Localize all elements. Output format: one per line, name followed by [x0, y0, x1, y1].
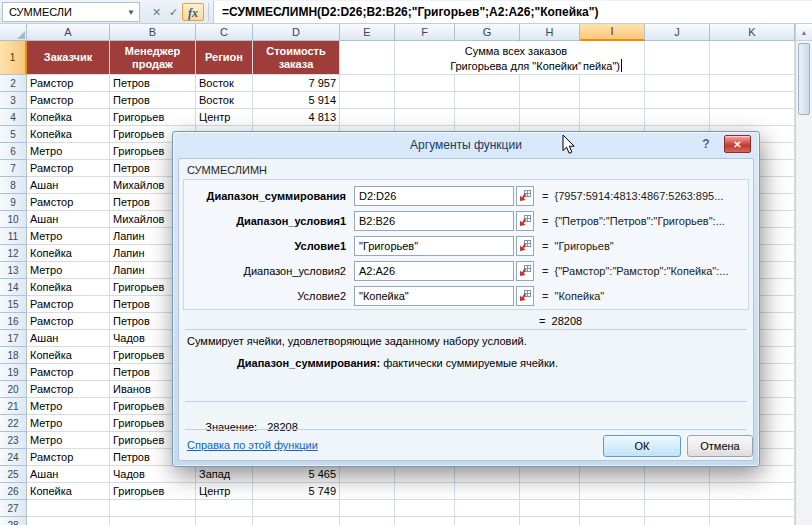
row-header-8[interactable]: 8 — [0, 177, 27, 194]
cell-a15[interactable]: Рамстор — [27, 296, 110, 313]
row-header-10[interactable]: 10 — [0, 211, 27, 228]
close-icon[interactable]: ✕ — [724, 135, 751, 153]
cell-c26[interactable]: Центр — [196, 483, 253, 500]
cell-a11[interactable]: Метро — [27, 228, 110, 245]
row-header-5[interactable]: 5 — [0, 126, 27, 143]
cell-j25[interactable] — [645, 466, 710, 483]
cell-g2[interactable] — [455, 75, 520, 92]
cell-a14[interactable]: Копейка — [27, 279, 110, 296]
cell-j1[interactable] — [645, 41, 710, 75]
cell-a6[interactable]: Метро — [27, 143, 110, 160]
row-header-26[interactable]: 26 — [0, 483, 27, 500]
cell-j27[interactable] — [645, 500, 710, 517]
cell-b2[interactable]: Петров — [110, 75, 196, 92]
cancel-button[interactable]: Отмена — [687, 435, 753, 457]
range-picker-icon[interactable] — [516, 261, 534, 281]
cell-a9[interactable]: Рамстор — [27, 194, 110, 211]
active-cell-edit[interactable]: пейка") — [581, 42, 644, 74]
cell-f2[interactable] — [395, 75, 455, 92]
cell-d3[interactable]: 5 914 — [253, 92, 340, 109]
cell-a19[interactable]: Рамстор — [27, 364, 110, 381]
cell-a23[interactable]: Метро — [27, 432, 110, 449]
cell-h28[interactable] — [520, 517, 580, 525]
dialog-title[interactable]: Аргументы функции — [173, 132, 759, 158]
vertical-scrollbar[interactable]: ▲ — [795, 24, 812, 525]
row-header-18[interactable]: 18 — [0, 347, 27, 364]
cell-a4[interactable]: Копейка — [27, 109, 110, 126]
row-header-1[interactable]: 1 — [0, 41, 27, 75]
cell-e3[interactable] — [340, 92, 395, 109]
cell-a18[interactable]: Копейка — [27, 347, 110, 364]
argument-input[interactable]: B2:B26 — [354, 211, 514, 231]
row-header-16[interactable]: 16 — [0, 313, 27, 330]
cell-h4[interactable] — [520, 109, 580, 126]
cell-a5[interactable]: Копейка — [27, 126, 110, 143]
cell-e28[interactable] — [340, 517, 395, 525]
column-header-k[interactable]: K — [710, 24, 795, 41]
cell-f26[interactable] — [395, 483, 455, 500]
cell-k2[interactable] — [710, 75, 795, 92]
cell-a2[interactable]: Рамстор — [27, 75, 110, 92]
row-header-9[interactable]: 9 — [0, 194, 27, 211]
cell-a17[interactable]: Ашан — [27, 330, 110, 347]
cell-j4[interactable] — [645, 109, 710, 126]
range-picker-icon[interactable] — [516, 186, 534, 206]
cell-b3[interactable]: Петров — [110, 92, 196, 109]
column-header-c[interactable]: C — [196, 24, 253, 41]
cell-e25[interactable] — [340, 466, 395, 483]
cell-a7[interactable]: Рамстор — [27, 160, 110, 177]
cell-k4[interactable] — [710, 109, 795, 126]
argument-input[interactable]: D2:D26 — [354, 186, 514, 206]
cell-c3[interactable]: Восток — [196, 92, 253, 109]
row-header-15[interactable]: 15 — [0, 296, 27, 313]
row-header-17[interactable]: 17 — [0, 330, 27, 347]
cell-f4[interactable] — [395, 109, 455, 126]
cell-j26[interactable] — [645, 483, 710, 500]
cell-d25[interactable]: 5 465 — [253, 466, 340, 483]
column-header-h[interactable]: H — [520, 24, 580, 41]
cell-a10[interactable]: Ашан — [27, 211, 110, 228]
cell-k3[interactable] — [710, 92, 795, 109]
cell-i25[interactable] — [580, 466, 645, 483]
select-all-corner[interactable] — [0, 24, 27, 41]
cell-e1[interactable] — [340, 41, 395, 75]
cell-a12[interactable]: Копейка — [27, 245, 110, 262]
cell-g4[interactable] — [455, 109, 520, 126]
row-header-14[interactable]: 14 — [0, 279, 27, 296]
cell-h27[interactable] — [520, 500, 580, 517]
cell-a26[interactable]: Копейка — [27, 483, 110, 500]
cell-a13[interactable]: Метро — [27, 262, 110, 279]
range-picker-icon[interactable] — [516, 286, 534, 306]
cell-g27[interactable] — [455, 500, 520, 517]
row-header-3[interactable]: 3 — [0, 92, 27, 109]
column-header-j[interactable]: J — [645, 24, 710, 41]
cell-c28[interactable] — [196, 517, 253, 525]
cell-a8[interactable]: Ашан — [27, 177, 110, 194]
scrollbar-thumb[interactable] — [798, 43, 810, 115]
cell-c2[interactable]: Восток — [196, 75, 253, 92]
cell-c4[interactable]: Центр — [196, 109, 253, 126]
cell-e26[interactable] — [340, 483, 395, 500]
ok-button[interactable]: ОК — [603, 435, 681, 457]
column-header-b[interactable]: B — [110, 24, 196, 41]
insert-function-button[interactable]: fx — [182, 3, 204, 21]
cell-a20[interactable]: Рамстор — [27, 381, 110, 398]
cell-d4[interactable]: 4 813 — [253, 109, 340, 126]
cell-k25[interactable] — [710, 466, 795, 483]
cell-d26[interactable]: 5 749 — [253, 483, 340, 500]
cell-a22[interactable]: Метро — [27, 415, 110, 432]
column-header-e[interactable]: E — [340, 24, 395, 41]
cell-d28[interactable] — [253, 517, 340, 525]
column-header-i[interactable]: I — [580, 24, 645, 41]
cell-b1[interactable]: Менеджер продаж — [110, 41, 196, 75]
cell-a27[interactable] — [27, 500, 110, 517]
cell-b26[interactable]: Григорьев — [110, 483, 196, 500]
cell-b28[interactable] — [110, 517, 196, 525]
cell-k1[interactable] — [710, 41, 795, 75]
cell-f3[interactable] — [395, 92, 455, 109]
cancel-entry-icon[interactable]: ✕ — [148, 3, 165, 21]
cell-b25[interactable]: Чадов — [110, 466, 196, 483]
row-header-22[interactable]: 22 — [0, 415, 27, 432]
range-picker-icon[interactable] — [516, 211, 534, 231]
cell-f27[interactable] — [395, 500, 455, 517]
